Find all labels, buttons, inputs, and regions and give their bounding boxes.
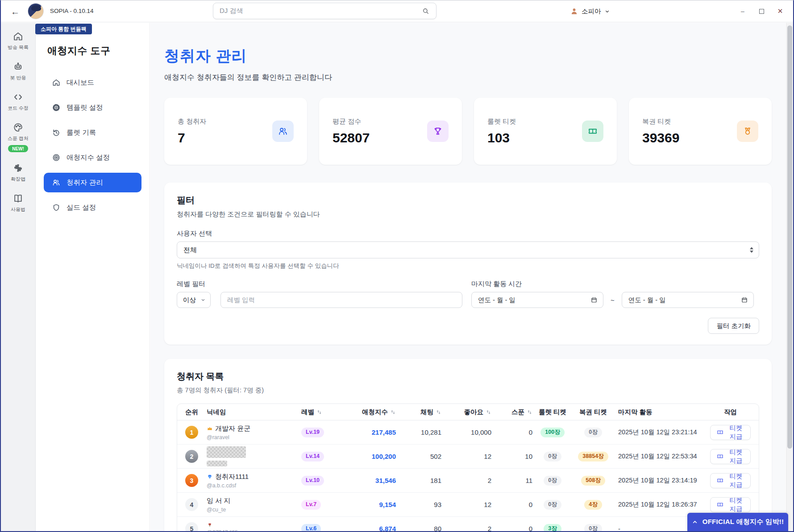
filter-subtitle: 청취자를 다양한 조건으로 필터링할 수 있습니다 [177,210,759,219]
user-select-label: 사용자 선택 [177,229,759,238]
sort-icon[interactable] [390,409,396,415]
give-ticket-label: 티켓 지급 [727,448,744,465]
chat-count: 93 [434,501,441,508]
chevron-down-icon [200,297,206,303]
stat-label: 복권 티켓 [642,117,679,126]
rank-badge: 5 [185,522,198,531]
sort-icon[interactable] [436,409,441,415]
stat-label: 총 청취자 [178,117,206,126]
palette-icon [12,122,24,133]
filter-title: 필터 [177,194,759,206]
sidebar-item-label: 애청지수 설정 [67,153,110,162]
user-name: 소피아 [582,7,601,16]
back-button[interactable]: ← [9,5,21,18]
sort-icon[interactable] [316,409,322,415]
column-label: 마지막 활동 [618,408,653,416]
lottery-ticket-badge: 508장 [581,476,605,486]
rail-item-robot[interactable]: 봇 반응 [10,61,26,81]
app-logo-avatar [28,3,44,19]
sidebar-item-label: 실드 설정 [67,203,96,212]
nickname-cell [207,446,301,466]
official-notification[interactable]: OFFICIAL 애청지수 임박!! [687,513,788,531]
sidebar-item-people[interactable]: 청취자 관리 [44,173,141,192]
give-ticket-button[interactable]: 티켓 지급 [710,473,751,488]
level-operator-value: 이상 [183,296,196,304]
sidebar-item-shield[interactable]: 실드 설정 [44,198,141,217]
column-header-3[interactable]: 레벨 [301,408,340,416]
stat-value: 52807 [333,130,370,145]
people-icon [52,178,61,187]
column-header-7[interactable]: 스푼 [491,408,532,416]
user-id: @27347djfjfj [207,529,238,531]
new-badge: NEW! [8,145,28,152]
sidebar-item-label: 청취자 관리 [67,178,103,187]
sort-icon[interactable] [486,409,491,415]
column-label: 닉네임 [207,408,226,416]
sort-icon[interactable] [527,409,532,415]
minimize-button[interactable]: – [733,0,752,22]
give-ticket-label: 티켓 지급 [727,496,744,513]
level-input[interactable]: 레벨 입력 [220,292,462,308]
stat-label: 룰렛 티켓 [487,117,516,126]
column-header-5[interactable]: 채팅 [396,408,441,416]
window-controls: – ✕ [733,0,790,22]
date-to-input[interactable]: 연도 - 월 - 일 [622,292,754,308]
likes-count: 12 [484,501,491,508]
table-body: 1 개발자 윤군 @raravel Lv.19 217,485 10,281 1… [177,420,759,531]
rail-item-puzzle[interactable]: 확장앱 [11,162,25,183]
sidebar-item-label: 템플릿 설정 [67,103,103,112]
dj-search-input[interactable]: DJ 검색 [213,3,436,19]
calendar-icon[interactable] [741,296,748,303]
column-header-10: 마지막 활동 [614,408,710,416]
rail-item-home[interactable]: 방송 목록 [8,31,29,51]
user-select[interactable]: 전체 [177,241,759,258]
sidebar-item-label: 룰렛 기록 [67,128,96,137]
vertical-scrollbar[interactable] [786,23,793,531]
chat-count: 181 [430,477,441,484]
rail-item-book[interactable]: 사용법 [11,193,25,213]
stat-value: 103 [487,130,516,145]
filter-reset-button[interactable]: 필터 초기화 [708,318,759,334]
column-header-11: 작업 [710,408,751,416]
sidebar-item-gear[interactable]: 템플릿 설정 [44,98,141,117]
app-title: SOPIA - 0.10.14 [50,8,94,14]
sidebar-item-history[interactable]: 룰렛 기록 [44,123,141,142]
search-icon[interactable] [422,7,430,15]
likes-count: 12 [484,453,491,460]
ticket-icon [716,428,724,436]
censored-nickname [207,446,246,458]
stat-label: 평균 점수 [333,117,370,126]
date-to-placeholder: 연도 - 월 - 일 [628,296,666,304]
last-active: - [618,525,620,532]
listener-row-4: 4 잉 서 지 @cu_te Lv.7 9,154 93 12 0 0장 4장 … [177,493,759,517]
code-icon [12,91,24,103]
sidebar-item-home[interactable]: 대시보드 [44,73,141,92]
user-id: @cu_te [207,507,230,513]
give-ticket-button[interactable]: 티켓 지급 [710,425,751,440]
listener-row-3: 3 청취자1111 @a.b.c.cdsf Lv.10 31,546 181 2… [177,469,759,493]
score-value: 9,154 [379,501,396,508]
give-ticket-button[interactable]: 티켓 지급 [710,497,751,512]
home-icon [12,31,24,42]
level-operator-select[interactable]: 이상 [177,292,211,308]
column-header-2: 닉네임 [207,408,301,416]
scrollbar-thumb[interactable] [787,25,792,449]
maximize-button[interactable] [752,0,771,22]
list-count: 총 7명의 청취자 (필터: 7명 중) [177,386,759,395]
ticket-icon [582,121,603,142]
calendar-icon[interactable] [590,296,598,303]
sidebar-menu: 대시보드 템플릿 설정 룰렛 기록 애청지수 설정 청취자 관리 실드 설정 [36,73,150,217]
give-ticket-button[interactable]: 티켓 지급 [710,449,751,464]
roulette-ticket-badge: 0장 [544,452,561,461]
rail-item-label: 확장앱 [11,176,25,183]
close-button[interactable]: ✕ [771,0,790,22]
date-from-input[interactable]: 연도 - 월 - 일 [471,292,603,308]
column-header-4[interactable]: 애청지수 [340,408,396,416]
rail-item-code[interactable]: 코드 수정 [8,91,29,112]
user-menu[interactable]: 소피아 [570,0,610,22]
sidebar-item-target[interactable]: 애청지수 설정 [44,148,141,167]
rail-item-palette[interactable]: 스푼 캡처NEW! [8,122,29,152]
stat-card-ticket: 룰렛 티켓 103 [474,98,617,165]
column-header-6[interactable]: 좋아요 [441,408,491,416]
medal-icon [737,121,758,142]
